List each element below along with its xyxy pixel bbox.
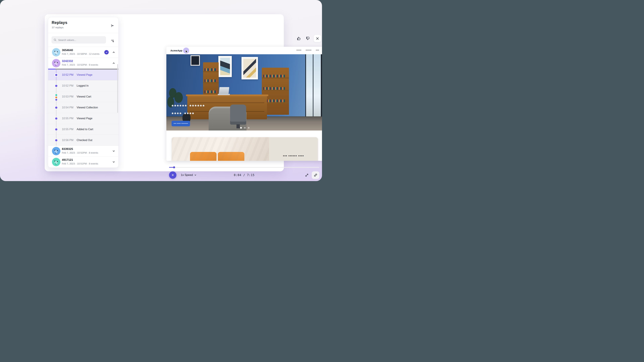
hero-laptop (219, 87, 229, 94)
sort-descending-icon (111, 39, 114, 43)
watched-check-badge (104, 50, 109, 54)
playback-progress-bar[interactable] (169, 167, 319, 168)
event-dot (55, 128, 57, 131)
feedback-toolbar (296, 35, 321, 42)
session-avatar (52, 158, 60, 166)
event-list: 10:52 PM Viewed Page 10:52 PM Logged In … (48, 69, 118, 146)
event-time: 10:54 PM (62, 106, 73, 109)
event-multi-dots (55, 94, 57, 101)
session-list: 3654640 Feb 7, 2023 · 10:58PM · 12 event… (48, 47, 118, 168)
replay-viewport[interactable]: AcmeApp ****** ******* **** (166, 47, 322, 161)
sofa-illustration (190, 152, 250, 161)
session-avatar (52, 59, 60, 67)
recorded-site-header: AcmeApp ****** ******* **** (166, 47, 322, 54)
player-secondary-controls (304, 171, 319, 179)
event-row[interactable]: 10:56 PM Checked Out (48, 135, 118, 146)
event-time: 10:55 PM (62, 128, 73, 131)
session-meta: Feb 7, 2023 · 10:52PM · 9 events (62, 63, 98, 66)
product-sofa-image (172, 137, 269, 161)
event-row[interactable]: 10:55 PM Viewed Page (48, 113, 118, 124)
sidebar-title: Replays (52, 20, 67, 25)
search-box[interactable] (52, 36, 106, 43)
event-label: Viewed Cart (77, 95, 91, 98)
session-row[interactable]: 3242332 Feb 7, 2023 · 10:52PM · 9 events (48, 58, 118, 69)
fullscreen-button[interactable] (304, 172, 310, 179)
playback-duration: 7:15 (247, 173, 254, 177)
hero-headline-line1: ****** ****** (172, 103, 205, 110)
sort-button[interactable] (109, 37, 116, 44)
session-avatar (52, 147, 60, 155)
product-text-panel: *** ****** **** (269, 137, 318, 161)
event-time: 10:55 PM (62, 117, 73, 120)
search-icon (54, 38, 56, 41)
session-row[interactable]: 3654640 Feb 7, 2023 · 10:58PM · 12 event… (48, 47, 118, 58)
event-label: Logged In (77, 84, 88, 87)
search-input[interactable] (58, 38, 102, 41)
link-icon (314, 173, 318, 177)
chevron-up-icon[interactable] (112, 61, 116, 65)
product-label-masked: *** ****** **** (283, 155, 304, 158)
event-label: Viewed Collection (77, 106, 98, 109)
product-card: *** ****** **** (172, 137, 318, 161)
event-row[interactable]: 10:55 PM Added to Cart (48, 124, 118, 135)
event-label: Checked Out (77, 139, 92, 142)
carousel-dot[interactable] (248, 127, 250, 129)
event-row[interactable]: 10:52 PM Viewed Page (48, 69, 118, 80)
sidebar-scrollbar-thumb[interactable] (117, 64, 118, 113)
close-icon (316, 37, 319, 40)
playback-speed-dropdown[interactable]: 1x Speed (181, 173, 196, 177)
hero-headline-masked: ****** ****** **** **** (172, 103, 205, 118)
collapse-left-icon (110, 24, 114, 27)
thumbs-down-icon (306, 36, 310, 41)
pause-button[interactable] (169, 171, 176, 179)
thumbs-down-button[interactable] (304, 35, 311, 42)
close-button[interactable] (314, 35, 321, 42)
collapse-sidebar-button[interactable] (109, 22, 116, 29)
thumbs-up-icon (297, 36, 301, 41)
event-time: 10:53 PM (62, 95, 73, 98)
recorded-site-content: *** ****** **** (166, 131, 322, 161)
playback-current-time: 0:04 (234, 173, 241, 177)
sidebar-search-row (48, 33, 118, 47)
playback-speed-label: 1x Speed (181, 173, 193, 177)
app-background: AcmeApp ****** ******* **** (0, 0, 322, 181)
chevron-down-icon[interactable] (112, 149, 116, 153)
event-time: 10:52 PM (62, 73, 73, 76)
thumbs-up-button[interactable] (296, 35, 302, 42)
event-row[interactable]: 10:53 PM Viewed Cart (48, 91, 118, 102)
hero-cta-label-masked: **** ****** ********** (174, 123, 188, 125)
mouse-cursor-icon (185, 50, 188, 53)
event-time: 10:56 PM (62, 139, 73, 142)
event-row[interactable]: 10:54 PM Viewed Collection (48, 102, 118, 113)
session-id: 3242332 (62, 59, 73, 63)
hero-headline-line2: **** **** (172, 110, 205, 118)
hero-office-chair (230, 105, 246, 125)
recorded-site-nav: ****** ******* **** (296, 50, 319, 51)
screenshot-stage: AcmeApp ****** ******* **** (0, 0, 322, 181)
chevron-up-icon[interactable] (112, 50, 116, 54)
chevron-down-icon[interactable] (112, 160, 116, 164)
copy-link-button[interactable] (312, 171, 319, 179)
session-row[interactable]: 4917121 Feb 7, 2023 · 10:51PM · 8 events (48, 157, 118, 168)
event-dot (55, 74, 57, 76)
playback-time-separator: / (243, 173, 245, 177)
replays-sidebar: Replays 37 replays (48, 17, 118, 168)
event-dot (55, 107, 57, 109)
session-row[interactable]: 8339325 Feb 7, 2023 · 10:52PM · 8 events (48, 146, 118, 157)
sidebar-header: Replays 37 replays (48, 17, 118, 33)
event-row[interactable]: 10:52 PM Logged In (48, 80, 118, 91)
chevron-down-icon (194, 174, 196, 176)
replay-count: 37 replays (52, 26, 64, 29)
playback-progress-handle[interactable] (173, 166, 175, 168)
session-id: 3654640 (62, 49, 73, 52)
session-avatar (52, 48, 60, 56)
pause-icon (171, 173, 174, 177)
session-id: 4917121 (62, 158, 73, 162)
hero-carousel-dots (166, 127, 322, 129)
carousel-dot[interactable] (240, 127, 242, 129)
session-id: 8339325 (62, 147, 73, 151)
carousel-dot[interactable] (244, 127, 246, 129)
session-meta: Feb 7, 2023 · 10:58PM · 12 events (62, 53, 100, 55)
event-label: Viewed Page (77, 117, 92, 120)
event-dot (55, 139, 57, 141)
